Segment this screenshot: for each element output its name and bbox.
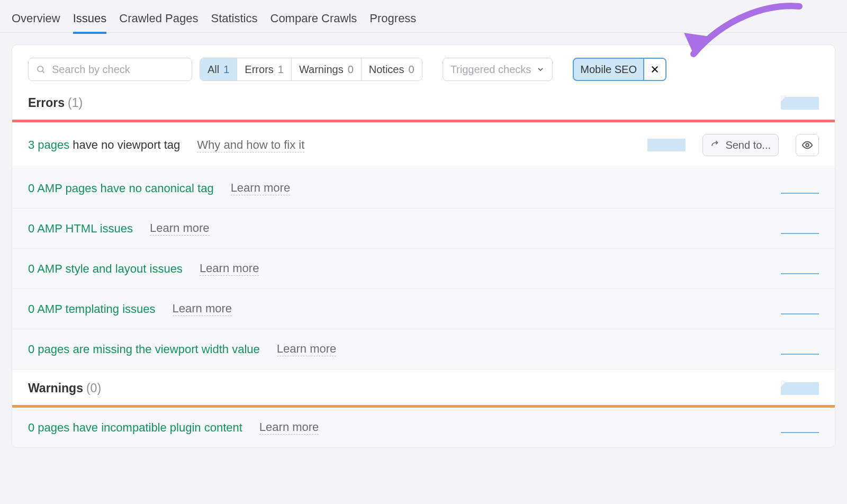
issue-row: 0 AMP templating issuesLearn more [12,289,835,329]
sections-container: Errors (1)3 pages have no viewport tagWh… [12,84,835,447]
segment-count: 1 [278,64,284,76]
section-sparkline [781,382,819,395]
segment-count: 0 [409,64,415,76]
help-link[interactable]: Learn more [173,302,232,316]
svg-point-4 [806,143,809,147]
segment-warnings[interactable]: Warnings0 [292,58,362,80]
issue-text: 0 AMP HTML issues [28,222,133,236]
issue-row: 0 pages are missing the viewport width v… [12,329,835,370]
svg-line-1 [42,71,44,73]
search-box[interactable] [28,58,192,81]
trend-sparkline [781,303,819,316]
filters-row: All1Errors1Warnings0Notices0 Triggered c… [12,45,835,84]
send-to-button[interactable]: Send to... [702,134,779,156]
search-icon [36,64,46,75]
trend-sparkline [781,421,819,434]
segment-errors[interactable]: Errors1 [237,58,292,80]
trend-sparkline [781,343,819,356]
segment-all[interactable]: All1 [200,58,237,80]
issue-text: 0 pages are missing the viewport width v… [28,343,260,356]
segment-label: Notices [369,64,404,76]
segment-label: Warnings [299,64,344,76]
svg-point-0 [38,66,43,71]
view-details-button[interactable] [796,134,819,156]
tab-statistics[interactable]: Statistics [211,5,257,32]
section-title: Errors [28,96,65,110]
trend-sparkline [781,263,819,275]
help-link[interactable]: Learn more [150,221,210,236]
top-tabs: OverviewIssuesCrawled PagesStatisticsCom… [0,0,847,33]
segment-label: All [208,64,219,76]
tab-progress[interactable]: Progress [370,5,416,32]
close-icon [650,65,660,74]
issue-text: 0 AMP pages have no canonical tag [28,182,214,195]
tab-crawled-pages[interactable]: Crawled Pages [119,5,198,32]
section-header-errors: Errors (1) [12,84,835,120]
tab-issues[interactable]: Issues [73,5,107,34]
chip-label: Mobile SEO [574,59,643,80]
triggered-checks-dropdown[interactable]: Triggered checks [443,58,553,81]
trend-sparkline [647,139,686,151]
segment-label: Errors [245,64,273,76]
tab-compare-crawls[interactable]: Compare Crawls [271,5,357,32]
trend-sparkline [781,222,819,235]
issue-row: 0 AMP HTML issuesLearn more [12,209,835,249]
issue-row: 0 pages have incompatible plugin content… [12,408,835,447]
segment-notices[interactable]: Notices0 [362,58,422,80]
page-count-link[interactable]: 3 pages [28,138,69,152]
send-to-label: Send to... [725,139,771,151]
chevron-down-icon [536,65,545,74]
chip-remove-button[interactable] [643,59,665,80]
segment-count: 0 [348,64,354,76]
dropdown-label: Triggered checks [450,64,531,76]
issue-text: 3 pages have no viewport tag [28,138,180,152]
section-title: Warnings [28,381,83,395]
trend-sparkline [781,182,819,195]
help-link[interactable]: Learn more [259,420,319,435]
help-link[interactable]: Learn more [200,262,259,276]
issue-text: 0 AMP style and layout issues [28,262,183,276]
section-sparkline [781,97,819,110]
share-arrow-icon [710,140,720,150]
section-count: (0) [86,381,101,395]
issues-card: All1Errors1Warnings0Notices0 Triggered c… [12,44,835,448]
issue-row: 3 pages have no viewport tagWhy and how … [12,122,835,168]
issue-text: 0 AMP templating issues [28,302,156,316]
search-input[interactable] [51,63,184,76]
issue-row: 0 AMP pages have no canonical tagLearn m… [12,168,835,209]
issue-description: have no viewport tag [73,138,180,152]
help-link[interactable]: Learn more [277,342,337,356]
section-header-warnings: Warnings (0) [12,370,835,405]
segment-count: 1 [223,64,229,76]
issue-row: 0 AMP style and layout issuesLearn more [12,249,835,289]
help-link[interactable]: Learn more [231,181,291,195]
help-link[interactable]: Why and how to fix it [197,138,304,152]
filter-chip-mobile-seo: Mobile SEO [573,58,666,81]
section-count: (1) [68,96,83,110]
tab-overview[interactable]: Overview [12,5,60,32]
eye-icon [801,139,813,151]
issue-text: 0 pages have incompatible plugin content [28,421,242,435]
issue-type-tabs: All1Errors1Warnings0Notices0 [200,58,422,81]
